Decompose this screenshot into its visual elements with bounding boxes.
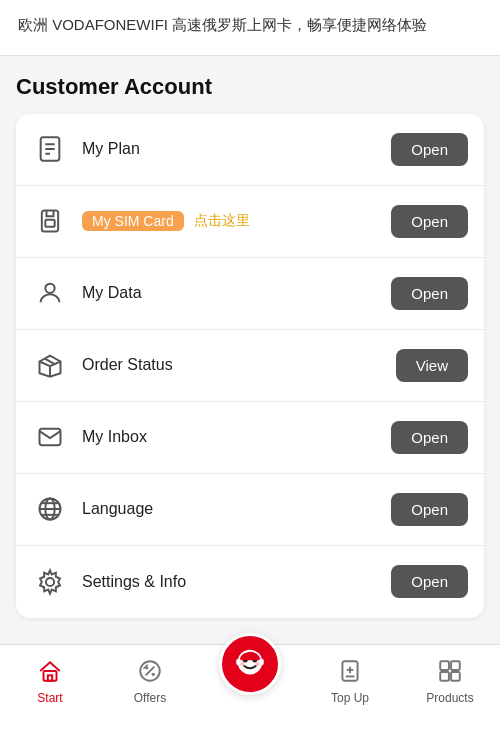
top-banner: 欧洲 VODAFONEWIFI 高速俄罗斯上网卡，畅享便捷网络体验 xyxy=(0,0,500,56)
settings-info-label: Settings & Info xyxy=(82,573,186,591)
mascot-icon xyxy=(231,645,269,683)
my-inbox-label-wrap: My Inbox xyxy=(82,428,391,446)
settings-info-icon xyxy=(32,564,68,600)
nav-start-icon-wrap xyxy=(34,655,66,687)
my-data-open-button[interactable]: Open xyxy=(391,277,468,310)
svg-point-6 xyxy=(45,284,54,293)
order-status-label-wrap: Order Status xyxy=(82,356,396,374)
nav-item-products[interactable]: Products xyxy=(400,655,500,705)
language-open-button[interactable]: Open xyxy=(391,493,468,526)
settings-info-row: Settings & Info Open xyxy=(16,546,484,618)
my-inbox-open-button[interactable]: Open xyxy=(391,421,468,454)
offers-icon xyxy=(137,658,163,684)
my-sim-label-wrap: My SIM Card 点击这里 xyxy=(82,211,391,231)
banner-text: 欧洲 VODAFONEWIFI 高速俄罗斯上网卡，畅享便捷网络体验 xyxy=(18,14,482,37)
gear-icon xyxy=(36,568,64,596)
language-icon xyxy=(32,491,68,527)
products-icon xyxy=(437,658,463,684)
nav-item-offers[interactable]: Offers xyxy=(100,655,200,705)
my-data-icon xyxy=(32,275,68,311)
nav-offers-icon-wrap xyxy=(134,655,166,687)
svg-rect-35 xyxy=(440,661,449,670)
sim-icon xyxy=(36,207,64,235)
section-title: Customer Account xyxy=(16,74,484,100)
my-sim-icon xyxy=(32,203,68,239)
nav-offers-label: Offers xyxy=(134,691,166,705)
my-plan-label-wrap: My Plan xyxy=(82,140,391,158)
document-icon xyxy=(36,135,64,163)
nav-products-icon-wrap xyxy=(434,655,466,687)
svg-rect-5 xyxy=(45,220,54,227)
my-inbox-label: My Inbox xyxy=(82,428,147,446)
nav-item-topup[interactable]: Top Up xyxy=(300,655,400,705)
svg-rect-19 xyxy=(48,675,52,680)
my-data-row: My Data Open xyxy=(16,258,484,330)
globe-icon xyxy=(36,495,64,523)
nav-start-label: Start xyxy=(37,691,62,705)
language-row: Language Open xyxy=(16,474,484,546)
order-status-view-button[interactable]: View xyxy=(396,349,468,382)
account-card: My Plan Open My SIM Card 点击这里 Open xyxy=(16,114,484,618)
nav-topup-label: Top Up xyxy=(331,691,369,705)
vodafone-mascot-button[interactable] xyxy=(219,633,281,695)
sim-highlight-badge: My SIM Card xyxy=(82,211,184,231)
my-data-label: My Data xyxy=(82,284,142,302)
settings-info-open-button[interactable]: Open xyxy=(391,565,468,598)
svg-rect-38 xyxy=(451,672,460,681)
my-plan-label: My Plan xyxy=(82,140,140,158)
nav-item-start[interactable]: Start xyxy=(0,655,100,705)
my-inbox-row: My Inbox Open xyxy=(16,402,484,474)
svg-point-30 xyxy=(259,659,264,666)
nav-topup-icon-wrap xyxy=(334,655,366,687)
box-icon xyxy=(36,351,64,379)
nav-item-center[interactable] xyxy=(200,633,300,695)
my-data-label-wrap: My Data xyxy=(82,284,391,302)
svg-point-17 xyxy=(46,577,54,585)
my-sim-open-button[interactable]: Open xyxy=(391,205,468,238)
my-plan-row: My Plan Open xyxy=(16,114,484,186)
svg-point-29 xyxy=(236,659,241,666)
svg-rect-4 xyxy=(42,211,58,232)
my-plan-icon xyxy=(32,131,68,167)
my-sim-card-row: My SIM Card 点击这里 Open xyxy=(16,186,484,258)
svg-rect-36 xyxy=(451,661,460,670)
svg-rect-37 xyxy=(440,672,449,681)
envelope-icon xyxy=(36,423,64,451)
person-icon xyxy=(36,279,64,307)
language-label-wrap: Language xyxy=(82,500,391,518)
click-hint-text: 点击这里 xyxy=(194,212,250,230)
home-icon xyxy=(37,658,63,684)
my-plan-open-button[interactable]: Open xyxy=(391,133,468,166)
language-label: Language xyxy=(82,500,153,518)
nav-products-label: Products xyxy=(426,691,473,705)
topup-icon xyxy=(337,658,363,684)
order-status-icon xyxy=(32,347,68,383)
order-status-label: Order Status xyxy=(82,356,173,374)
order-status-row: Order Status View xyxy=(16,330,484,402)
svg-line-7 xyxy=(40,362,51,367)
bottom-nav: Start Offers xyxy=(0,644,500,732)
svg-point-23 xyxy=(152,673,155,676)
customer-account-section: Customer Account My Plan Open xyxy=(0,56,500,628)
settings-info-label-wrap: Settings & Info xyxy=(82,573,391,591)
my-inbox-icon xyxy=(32,419,68,455)
